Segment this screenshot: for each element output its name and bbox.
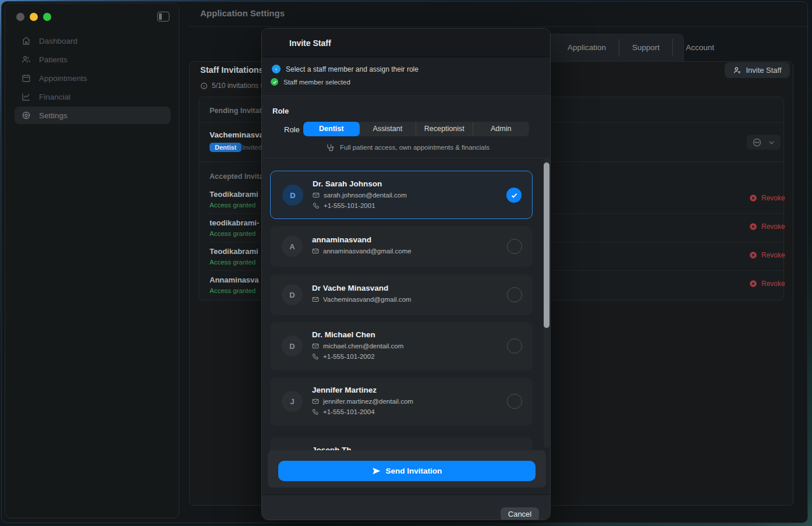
modal-footer: Cancel [262, 495, 550, 520]
gear-icon [22, 111, 31, 120]
pending-status: Invited [242, 144, 262, 151]
staff-option-sarah-johnson[interactable]: D Dr. Sarah Johnson sarah.johnson@dentai… [270, 171, 533, 219]
sidebar-item-label: Financial [39, 93, 70, 101]
sidebar-item-dashboard[interactable]: Dashboard [15, 32, 171, 50]
revoke-button[interactable]: Revoke [749, 251, 785, 259]
circle-x-icon [749, 280, 757, 288]
staff-option-michael-chen[interactable]: D Dr. Michael Chen michael.chen@dentail.… [270, 322, 533, 370]
sidebar-item-settings[interactable]: Settings [15, 107, 171, 124]
radio-unselected[interactable] [507, 338, 522, 354]
email-icon [312, 248, 319, 255]
sidebar-item-label: Appointments [39, 74, 87, 83]
divider [262, 158, 550, 158]
revoke-button[interactable]: Revoke [749, 223, 785, 231]
phone-icon [312, 353, 319, 360]
success-message: Staff member selected [283, 79, 350, 86]
radio-unselected[interactable] [507, 287, 522, 302]
avatar: A [282, 236, 303, 257]
revoke-button[interactable]: Revoke [749, 194, 785, 202]
staff-email: Vacheminasvand@gmail.com [323, 296, 411, 303]
role-description: Full patient access, own appointments & … [326, 143, 490, 151]
staff-name: Dr Vache Minasvand [312, 284, 388, 292]
sidebar-item-label: Patients [39, 55, 68, 64]
revoke-button[interactable]: Revoke [749, 280, 785, 288]
radio-unselected[interactable] [507, 394, 522, 409]
role-heading: Role [272, 107, 289, 115]
staff-email: annaminasvand@gmail.come [323, 248, 412, 255]
radio-unselected[interactable] [507, 239, 522, 254]
accepted-status: Access granted [210, 202, 256, 209]
invite-staff-button[interactable]: Invite Staff [725, 62, 790, 78]
send-invitation-container: Send Invitation [268, 450, 546, 488]
success-check-icon [271, 78, 278, 86]
role-badge: Dentist [210, 143, 242, 152]
accepted-name: Teodikabrami [210, 190, 258, 199]
accepted-name: Teodikabrami [210, 247, 258, 256]
staff-email: sarah.johnson@dentail.com [324, 192, 407, 199]
traffic-light-zoom[interactable] [43, 13, 51, 21]
header-divider [189, 26, 807, 27]
sidebar-item-appointments[interactable]: Appointments [15, 69, 171, 87]
role-field-label: Role [284, 125, 300, 134]
email-icon [312, 296, 319, 303]
sidebar-item-financial[interactable]: Financial [15, 88, 171, 105]
email-icon [312, 398, 319, 405]
pending-actions [747, 135, 781, 150]
chevron-down-icon[interactable] [768, 139, 775, 146]
chart-icon [22, 92, 31, 101]
modal-info-section: Select a staff member and assign their r… [262, 57, 550, 96]
accepted-status: Access granted [210, 230, 256, 237]
staff-phone: +1-555-101-2002 [323, 353, 375, 360]
role-option-dentist[interactable]: Dentist [303, 122, 360, 136]
accepted-name: Annaminasva [210, 276, 259, 284]
selected-check-icon[interactable] [506, 188, 522, 203]
tab-application[interactable]: Application [555, 39, 619, 57]
accepted-status: Access granted [210, 287, 256, 294]
staff-option-jennifer-martinez[interactable]: J Jennifer Martinez jennifer.martinez@de… [270, 377, 533, 426]
staff-name: Jennifer Martinez [312, 386, 377, 394]
sidebar-item-label: Settings [39, 111, 68, 120]
circle-x-icon [749, 223, 757, 231]
role-option-assistant[interactable]: Assistant [360, 122, 416, 136]
cancel-button[interactable]: Cancel [501, 507, 539, 520]
avatar: J [282, 391, 303, 412]
patients-icon [22, 55, 31, 64]
role-option-receptionist[interactable]: Receptionist [416, 122, 473, 136]
traffic-light-close[interactable] [16, 13, 24, 21]
ellipsis-circle-icon[interactable] [752, 137, 762, 147]
staff-phone: +1-555-101-2001 [324, 202, 375, 209]
list-scrollbar-thumb[interactable] [544, 163, 549, 328]
staff-name: annaminasvand [312, 235, 371, 244]
sidebar-toggle-icon[interactable] [157, 12, 169, 22]
staff-email: jennifer.martinez@dentail.com [323, 398, 413, 405]
staff-option-annaminasvand[interactable]: A annaminasvand annaminasvand@gmail.come [270, 226, 533, 267]
info-icon [272, 65, 281, 73]
avatar: D [282, 185, 303, 206]
role-segmented-control: Dentist Assistant Receptionist Admin [303, 122, 529, 136]
phone-icon [312, 408, 319, 415]
tab-support[interactable]: Support [619, 39, 672, 57]
home-icon [22, 36, 31, 45]
tab-account[interactable]: Account [672, 39, 727, 57]
role-option-admin[interactable]: Admin [473, 122, 530, 136]
modal-title: Invite Staff [289, 38, 331, 48]
accepted-name: teodikabrami- [210, 218, 259, 227]
send-invitation-button[interactable]: Send Invitation [278, 461, 536, 481]
staff-phone: +1-555-101-2004 [323, 408, 375, 415]
phone-icon [313, 202, 320, 209]
traffic-light-minimize[interactable] [30, 13, 38, 21]
send-icon [372, 467, 381, 475]
modal-header: Invite Staff [262, 29, 550, 57]
person-add-icon [733, 66, 742, 75]
page-title: Application Settings [200, 8, 285, 18]
circle-x-icon [749, 194, 757, 202]
section-title: Staff Invitations [200, 65, 264, 75]
calendar-icon [22, 73, 31, 83]
staff-option-vache-minasvand[interactable]: D Dr Vache Minasvand Vacheminasvand@gmai… [270, 274, 533, 315]
circle-x-icon [749, 251, 757, 259]
avatar: D [282, 336, 303, 356]
stethoscope-icon [326, 143, 334, 151]
email-icon [312, 343, 319, 350]
sidebar-item-patients[interactable]: Patients [15, 51, 171, 68]
email-icon [313, 192, 320, 199]
